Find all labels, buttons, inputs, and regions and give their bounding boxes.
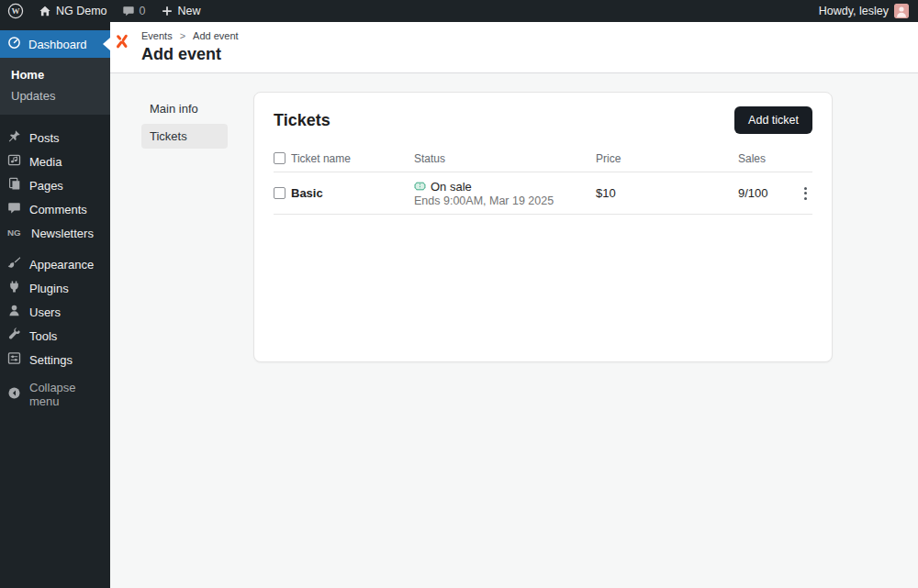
tickets-panel: Tickets Add ticket Ticket name Status Pr… <box>253 92 833 362</box>
comments-shortcut[interactable]: 0 <box>122 5 146 17</box>
tickets-panel-header: Tickets Add ticket <box>274 106 812 134</box>
main-content: Events > Add event Add event Main info T… <box>110 22 918 588</box>
select-all-checkbox[interactable] <box>274 152 285 164</box>
media-icon <box>7 153 21 170</box>
wordpress-admin-screen: W NG Demo 0 New Howdy, lesley <box>0 0 918 588</box>
column-header-sales: Sales <box>738 152 798 165</box>
column-header-status: Status <box>414 152 596 165</box>
tickets-panel-title: Tickets <box>274 111 330 130</box>
table-row: Basic On sale Ends 9:00AM, Mar 19 2025 $… <box>274 172 812 215</box>
header-text-block: Events > Add event Add event <box>141 30 239 64</box>
avatar <box>894 4 909 18</box>
sidebar-item-label: Appearance <box>29 258 94 272</box>
events-logo-icon <box>114 33 130 53</box>
ticket-sales-cell: 9/100 <box>738 186 798 200</box>
sidebar-item-appearance[interactable]: Appearance <box>0 252 110 276</box>
new-content-menu[interactable]: New <box>161 5 201 17</box>
tickets-table: Ticket name Status Price Sales Basic <box>274 145 812 215</box>
event-section-nav: Main info Tickets <box>141 96 228 151</box>
page-title: Add event <box>141 45 239 64</box>
submenu-item-updates[interactable]: Updates <box>0 85 110 106</box>
row-checkbox[interactable] <box>274 187 285 199</box>
ticket-name-cell: Basic <box>291 186 414 200</box>
sidebar-item-label: Pages <box>29 179 63 193</box>
breadcrumb-current: Add event <box>193 30 239 41</box>
breadcrumb: Events > Add event <box>141 30 239 41</box>
dashboard-submenu: Home Updates <box>0 58 110 115</box>
howdy-text: Howdy, lesley <box>819 5 889 17</box>
ticket-status-cell: On sale Ends 9:00AM, Mar 19 2025 <box>414 180 596 207</box>
sidebar-item-label: Settings <box>29 353 73 367</box>
kebab-menu-icon[interactable] <box>798 184 812 203</box>
collapse-menu-button[interactable]: Collapse menu <box>0 383 110 406</box>
collapse-menu-label: Collapse menu <box>29 381 103 408</box>
sidebar-item-newsletters[interactable]: NG Newsletters <box>0 221 110 245</box>
pushpin-icon <box>7 129 21 146</box>
dashboard-icon <box>7 36 21 52</box>
site-name: NG Demo <box>56 5 107 17</box>
admin-sidebar: Dashboard Home Updates Posts Media Pages… <box>0 22 110 588</box>
sidebar-item-label: Newsletters <box>31 227 94 240</box>
ticket-status-detail: Ends 9:00AM, Mar 19 2025 <box>414 194 596 207</box>
admin-bar: W NG Demo 0 New Howdy, lesley <box>0 0 918 22</box>
person-icon <box>7 304 21 320</box>
ticket-status-text: On sale <box>431 180 472 194</box>
plug-icon <box>7 280 21 296</box>
wordpress-menu[interactable]: W <box>7 3 24 19</box>
ticket-price-cell: $10 <box>596 186 738 200</box>
nav-item-tickets[interactable]: Tickets <box>141 124 228 149</box>
sidebar-item-media[interactable]: Media <box>0 150 110 173</box>
sidebar-item-label: Tools <box>29 329 57 343</box>
nav-item-main-info[interactable]: Main info <box>141 96 228 121</box>
sidebar-item-dashboard[interactable]: Dashboard <box>0 30 110 58</box>
sidebar-item-posts[interactable]: Posts <box>0 126 110 150</box>
sidebar-item-label: Comments <box>29 203 87 216</box>
page-body: Main info Tickets Tickets Add ticket Tic… <box>110 73 918 362</box>
svg-text:W: W <box>12 6 20 16</box>
sidebar-item-label: Users <box>29 305 61 319</box>
pages-icon <box>7 177 21 194</box>
svg-text:NG: NG <box>7 227 21 237</box>
wrench-icon <box>7 327 21 344</box>
column-header-price: Price <box>596 152 738 165</box>
comments-icon <box>122 5 135 17</box>
add-ticket-button[interactable]: Add ticket <box>734 106 812 134</box>
sidebar-item-tools[interactable]: Tools <box>0 324 110 348</box>
control-panel-icon <box>7 351 21 368</box>
page-header: Events > Add event Add event <box>110 22 918 73</box>
sidebar-item-label: Media <box>29 155 62 169</box>
comment-bubble-icon <box>7 201 21 217</box>
breadcrumb-events-link[interactable]: Events <box>141 30 173 41</box>
plus-icon <box>161 5 174 17</box>
submenu-item-home[interactable]: Home <box>0 64 110 85</box>
paintbrush-icon <box>7 256 21 272</box>
ng-monogram-icon: NG <box>7 227 23 240</box>
account-menu[interactable]: Howdy, lesley <box>819 4 909 18</box>
site-name-link[interactable]: NG Demo <box>39 5 107 17</box>
sidebar-item-settings[interactable]: Settings <box>0 348 110 372</box>
sidebar-item-label: Dashboard <box>28 38 87 51</box>
new-label: New <box>178 5 201 17</box>
sidebar-item-plugins[interactable]: Plugins <box>0 276 110 300</box>
sidebar-item-label: Posts <box>29 131 60 145</box>
sidebar-menu: Posts Media Pages Comments NG Newsletter… <box>0 126 110 372</box>
sidebar-item-comments[interactable]: Comments <box>0 197 110 221</box>
wordpress-logo-icon: W <box>7 3 24 19</box>
home-icon <box>39 5 51 17</box>
column-header-ticket-name: Ticket name <box>291 152 414 165</box>
collapse-icon <box>7 386 21 403</box>
sidebar-item-label: Plugins <box>29 282 69 295</box>
sidebar-separator <box>0 245 110 252</box>
ticket-icon <box>414 180 426 194</box>
tickets-table-header-row: Ticket name Status Price Sales <box>274 145 812 172</box>
sidebar-item-users[interactable]: Users <box>0 300 110 324</box>
comment-count: 0 <box>140 5 146 17</box>
breadcrumb-separator: > <box>180 30 185 41</box>
sidebar-item-pages[interactable]: Pages <box>0 173 110 197</box>
